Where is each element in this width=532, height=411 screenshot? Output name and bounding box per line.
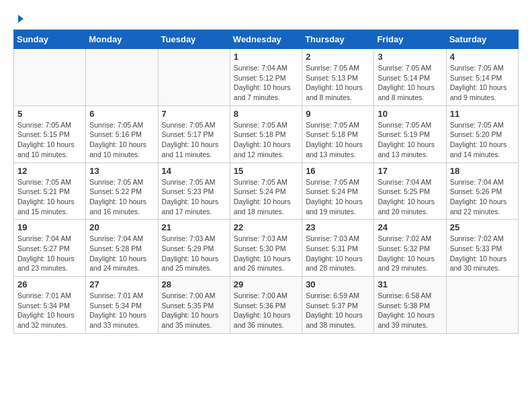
day-number: 3 xyxy=(378,52,442,62)
calendar-cell: 27Sunrise: 7:01 AM Sunset: 5:34 PM Dayli… xyxy=(86,277,158,334)
day-number: 20 xyxy=(89,222,154,232)
day-number: 1 xyxy=(234,52,298,62)
day-number: 24 xyxy=(378,222,442,232)
calendar-header-row: SundayMondayTuesdayWednesdayThursdayFrid… xyxy=(14,30,519,49)
calendar-cell xyxy=(14,49,86,106)
day-info: Sunrise: 7:05 AM Sunset: 5:24 PM Dayligh… xyxy=(306,177,370,217)
calendar-cell: 12Sunrise: 7:05 AM Sunset: 5:21 PM Dayli… xyxy=(14,163,86,220)
day-info: Sunrise: 7:05 AM Sunset: 5:15 PM Dayligh… xyxy=(17,120,82,160)
calendar-cell: 13Sunrise: 7:05 AM Sunset: 5:22 PM Dayli… xyxy=(86,163,158,220)
calendar-cell: 21Sunrise: 7:03 AM Sunset: 5:29 PM Dayli… xyxy=(158,220,230,277)
day-header-sunday: Sunday xyxy=(14,30,86,49)
day-info: Sunrise: 7:00 AM Sunset: 5:36 PM Dayligh… xyxy=(234,291,298,330)
day-header-monday: Monday xyxy=(86,30,158,49)
calendar-cell: 11Sunrise: 7:05 AM Sunset: 5:20 PM Dayli… xyxy=(446,105,518,163)
day-number: 26 xyxy=(17,279,82,289)
day-number: 15 xyxy=(234,166,298,176)
calendar-cell: 5Sunrise: 7:05 AM Sunset: 5:15 PM Daylig… xyxy=(14,105,86,163)
day-number: 18 xyxy=(450,166,515,176)
day-number: 14 xyxy=(162,166,226,176)
day-info: Sunrise: 6:58 AM Sunset: 5:38 PM Dayligh… xyxy=(378,291,442,330)
calendar-cell: 9Sunrise: 7:05 AM Sunset: 5:18 PM Daylig… xyxy=(302,105,374,163)
day-number: 25 xyxy=(450,222,515,232)
day-header-thursday: Thursday xyxy=(302,30,374,49)
day-info: Sunrise: 7:05 AM Sunset: 5:23 PM Dayligh… xyxy=(162,177,226,217)
calendar-week-4: 19Sunrise: 7:04 AM Sunset: 5:27 PM Dayli… xyxy=(14,220,519,277)
calendar-cell: 7Sunrise: 7:05 AM Sunset: 5:17 PM Daylig… xyxy=(158,105,230,163)
day-number: 30 xyxy=(306,279,370,289)
day-number: 2 xyxy=(306,52,370,62)
day-info: Sunrise: 7:02 AM Sunset: 5:32 PM Dayligh… xyxy=(378,234,442,273)
calendar-week-5: 26Sunrise: 7:01 AM Sunset: 5:34 PM Dayli… xyxy=(14,277,519,334)
calendar-cell: 15Sunrise: 7:05 AM Sunset: 5:24 PM Dayli… xyxy=(230,163,302,220)
day-info: Sunrise: 7:04 AM Sunset: 5:12 PM Dayligh… xyxy=(234,63,298,103)
calendar-cell: 20Sunrise: 7:04 AM Sunset: 5:28 PM Dayli… xyxy=(86,220,158,277)
calendar-cell xyxy=(446,277,518,334)
day-number: 8 xyxy=(234,109,298,119)
day-info: Sunrise: 7:05 AM Sunset: 5:24 PM Dayligh… xyxy=(234,177,298,217)
day-header-friday: Friday xyxy=(374,30,446,49)
day-header-tuesday: Tuesday xyxy=(158,30,230,49)
day-info: Sunrise: 7:05 AM Sunset: 5:20 PM Dayligh… xyxy=(450,120,515,160)
calendar-week-3: 12Sunrise: 7:05 AM Sunset: 5:21 PM Dayli… xyxy=(14,163,519,220)
calendar-cell: 19Sunrise: 7:04 AM Sunset: 5:27 PM Dayli… xyxy=(14,220,86,277)
day-info: Sunrise: 7:02 AM Sunset: 5:33 PM Dayligh… xyxy=(450,234,515,273)
day-info: Sunrise: 7:04 AM Sunset: 5:27 PM Dayligh… xyxy=(17,234,82,273)
day-info: Sunrise: 7:03 AM Sunset: 5:29 PM Dayligh… xyxy=(162,234,226,273)
day-number: 29 xyxy=(234,279,298,289)
calendar-cell: 8Sunrise: 7:05 AM Sunset: 5:18 PM Daylig… xyxy=(230,105,302,163)
day-number: 23 xyxy=(306,222,370,232)
day-number: 17 xyxy=(378,166,442,176)
calendar-cell: 18Sunrise: 7:04 AM Sunset: 5:26 PM Dayli… xyxy=(446,163,518,220)
day-info: Sunrise: 7:05 AM Sunset: 5:18 PM Dayligh… xyxy=(234,120,298,160)
logo xyxy=(13,13,24,23)
calendar-week-2: 5Sunrise: 7:05 AM Sunset: 5:15 PM Daylig… xyxy=(14,105,519,163)
day-info: Sunrise: 7:04 AM Sunset: 5:28 PM Dayligh… xyxy=(89,234,154,273)
day-number: 9 xyxy=(306,109,370,119)
calendar-cell: 17Sunrise: 7:04 AM Sunset: 5:25 PM Dayli… xyxy=(374,163,446,220)
day-info: Sunrise: 7:00 AM Sunset: 5:35 PM Dayligh… xyxy=(162,291,226,330)
calendar-cell: 28Sunrise: 7:00 AM Sunset: 5:35 PM Dayli… xyxy=(158,277,230,334)
calendar-cell: 16Sunrise: 7:05 AM Sunset: 5:24 PM Dayli… xyxy=(302,163,374,220)
day-number: 10 xyxy=(378,109,442,119)
day-number: 31 xyxy=(378,279,442,289)
calendar-cell: 22Sunrise: 7:03 AM Sunset: 5:30 PM Dayli… xyxy=(230,220,302,277)
calendar-table: SundayMondayTuesdayWednesdayThursdayFrid… xyxy=(13,30,519,334)
day-info: Sunrise: 7:05 AM Sunset: 5:22 PM Dayligh… xyxy=(89,177,154,217)
day-info: Sunrise: 7:04 AM Sunset: 5:25 PM Dayligh… xyxy=(378,177,442,217)
day-number: 5 xyxy=(17,109,82,119)
calendar-cell: 25Sunrise: 7:02 AM Sunset: 5:33 PM Dayli… xyxy=(446,220,518,277)
day-header-saturday: Saturday xyxy=(446,30,518,49)
day-number: 22 xyxy=(234,222,298,232)
day-number: 13 xyxy=(89,166,154,176)
calendar-cell: 30Sunrise: 6:59 AM Sunset: 5:37 PM Dayli… xyxy=(302,277,374,334)
day-number: 27 xyxy=(89,279,154,289)
day-number: 11 xyxy=(450,109,515,119)
calendar-cell: 31Sunrise: 6:58 AM Sunset: 5:38 PM Dayli… xyxy=(374,277,446,334)
day-info: Sunrise: 6:59 AM Sunset: 5:37 PM Dayligh… xyxy=(306,291,370,330)
day-number: 19 xyxy=(17,222,82,232)
day-info: Sunrise: 7:01 AM Sunset: 5:34 PM Dayligh… xyxy=(17,291,82,330)
day-number: 28 xyxy=(162,279,226,289)
day-number: 7 xyxy=(162,109,226,119)
day-number: 12 xyxy=(17,166,82,176)
day-info: Sunrise: 7:03 AM Sunset: 5:30 PM Dayligh… xyxy=(234,234,298,273)
calendar-cell: 24Sunrise: 7:02 AM Sunset: 5:32 PM Dayli… xyxy=(374,220,446,277)
day-info: Sunrise: 7:05 AM Sunset: 5:16 PM Dayligh… xyxy=(89,120,154,160)
calendar-cell xyxy=(158,49,230,106)
calendar-cell: 6Sunrise: 7:05 AM Sunset: 5:16 PM Daylig… xyxy=(86,105,158,163)
calendar-cell: 4Sunrise: 7:05 AM Sunset: 5:14 PM Daylig… xyxy=(446,49,518,106)
calendar-cell: 29Sunrise: 7:00 AM Sunset: 5:36 PM Dayli… xyxy=(230,277,302,334)
calendar-cell: 1Sunrise: 7:04 AM Sunset: 5:12 PM Daylig… xyxy=(230,49,302,106)
calendar-cell: 3Sunrise: 7:05 AM Sunset: 5:14 PM Daylig… xyxy=(374,49,446,106)
day-info: Sunrise: 7:05 AM Sunset: 5:19 PM Dayligh… xyxy=(378,120,442,160)
calendar-cell xyxy=(86,49,158,106)
day-header-wednesday: Wednesday xyxy=(230,30,302,49)
day-info: Sunrise: 7:05 AM Sunset: 5:14 PM Dayligh… xyxy=(450,63,515,103)
day-info: Sunrise: 7:01 AM Sunset: 5:34 PM Dayligh… xyxy=(89,291,154,330)
calendar-week-1: 1Sunrise: 7:04 AM Sunset: 5:12 PM Daylig… xyxy=(14,49,519,106)
calendar-cell: 2Sunrise: 7:05 AM Sunset: 5:13 PM Daylig… xyxy=(302,49,374,106)
day-info: Sunrise: 7:05 AM Sunset: 5:13 PM Dayligh… xyxy=(306,63,370,103)
calendar-cell: 14Sunrise: 7:05 AM Sunset: 5:23 PM Dayli… xyxy=(158,163,230,220)
day-info: Sunrise: 7:05 AM Sunset: 5:21 PM Dayligh… xyxy=(17,177,82,217)
